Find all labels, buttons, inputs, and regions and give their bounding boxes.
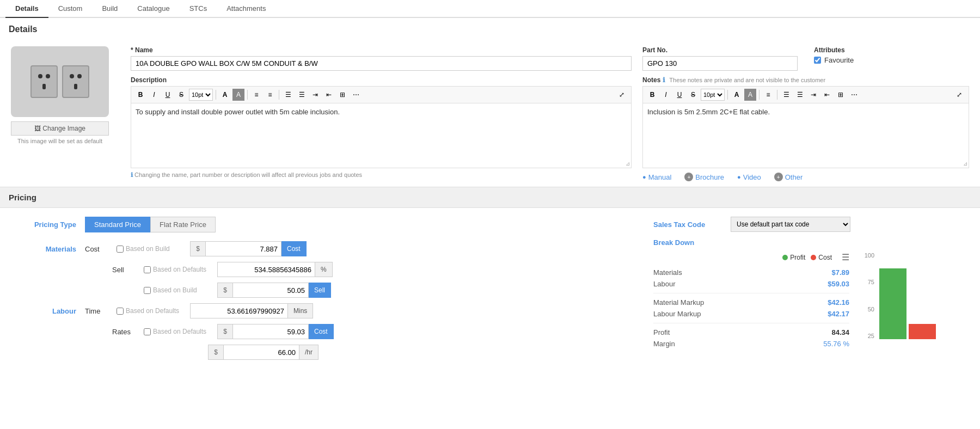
notes-ol-button[interactable]: ☰ (794, 89, 806, 101)
attributes-label: Attributes (814, 46, 969, 54)
notes-resize-handle[interactable]: ⊿ (963, 161, 967, 167)
sell-button[interactable]: Sell (309, 283, 331, 298)
notes-align-button[interactable]: ≡ (762, 89, 774, 101)
pricing-controls: Pricing Type Standard Price Flat Rate Pr… (11, 217, 632, 365)
more-button[interactable]: ⋯ (350, 89, 362, 101)
cost-based-on-build-checkbox[interactable] (117, 246, 124, 253)
notes-toolbar: B I U S 10pt A A ≡ ☰ ☰ ⇥ ⇤ ⊞ ⋯ ⤢ (642, 86, 969, 103)
breakdown-material-markup-name: Material Markup (653, 298, 704, 307)
tab-attachments[interactable]: Attachments (217, 0, 275, 17)
notes-font-color-button[interactable]: A (731, 89, 743, 101)
tab-stcs[interactable]: STCs (180, 0, 217, 17)
outdent-button[interactable]: ⇤ (323, 89, 335, 101)
sales-tax-select[interactable]: Use default part tax code (731, 217, 850, 232)
sell-build-checkbox[interactable] (144, 287, 151, 294)
font-size-select[interactable]: 10pt (189, 89, 213, 101)
breakdown-menu-icon[interactable]: ☰ (842, 252, 849, 262)
notes-more-button[interactable]: ⋯ (848, 89, 860, 101)
tab-build[interactable]: Build (92, 0, 127, 17)
rates-hr-value-input[interactable] (223, 345, 299, 360)
socket-earth (42, 84, 46, 89)
time-sublabel: Time (85, 307, 112, 315)
brochure-link-text[interactable]: Brochure (695, 173, 724, 181)
ul-button[interactable]: ☰ (282, 89, 294, 101)
chart-legend: Profit Cost ☰ (653, 252, 849, 262)
description-editor[interactable]: To supply and install double power outle… (131, 103, 632, 168)
expand-button[interactable]: ⤢ (616, 89, 628, 101)
name-input[interactable] (131, 56, 632, 71)
italic-button[interactable]: I (148, 89, 160, 101)
change-image-button[interactable]: 🖼 Change Image (11, 121, 109, 136)
hr-button[interactable]: /hr (299, 345, 318, 360)
notes-indent-button[interactable]: ⇥ (807, 89, 819, 101)
other-link-text[interactable]: Other (785, 173, 803, 181)
other-link[interactable]: + Other (774, 173, 803, 181)
notes-font-size-select[interactable]: 10pt (701, 89, 725, 101)
strikethrough-button[interactable]: S (175, 89, 187, 101)
notes-ul-button[interactable]: ☰ (780, 89, 792, 101)
chart-label-50: 50 (860, 306, 874, 312)
favourite-checkbox[interactable] (814, 57, 821, 64)
sell-build-value-input[interactable] (232, 283, 309, 298)
tab-details[interactable]: Details (5, 0, 48, 18)
flat-rate-price-button[interactable]: Flat Rate Price (150, 217, 216, 232)
notes-underline-button[interactable]: U (673, 89, 685, 101)
breakdown-sep1 (653, 293, 849, 293)
notes-bold-button[interactable]: B (646, 89, 658, 101)
notes-expand-button[interactable]: ⤢ (953, 89, 965, 101)
notes-editor[interactable]: Inclusion is 5m 2.5mm 2C+E flat cable. ⊿ (642, 103, 969, 168)
sell-based-on-defaults-checkbox[interactable] (144, 266, 151, 273)
materials-sell-row: Sell Based on Defaults % (112, 262, 632, 277)
right-panel: Part No. Attributes Favourite Notes ℹ Th… (642, 46, 969, 181)
notes-bg-color-button[interactable]: A (744, 89, 756, 101)
font-color-button[interactable]: A (219, 89, 231, 101)
video-link-text[interactable]: Video (743, 173, 761, 181)
underline-button[interactable]: U (162, 89, 174, 101)
brochure-link[interactable]: + Brochure (684, 173, 724, 181)
notes-outdent-button[interactable]: ⇤ (821, 89, 833, 101)
notes-strikethrough-button[interactable]: S (687, 89, 699, 101)
manual-link[interactable]: ● Manual (642, 173, 671, 181)
time-based-on-defaults-checkbox[interactable] (117, 308, 124, 315)
table-button[interactable]: ⊞ (336, 89, 348, 101)
bg-color-button[interactable]: A (232, 89, 244, 101)
breakdown-labour-markup-name: Labour Markup (653, 310, 701, 318)
video-link[interactable]: ● Video (737, 173, 761, 181)
other-add-icon[interactable]: + (774, 173, 783, 181)
tab-catalogue[interactable]: Catalogue (127, 0, 179, 17)
sell-build-text: Based on Build (153, 286, 213, 294)
part-no-input[interactable] (642, 56, 798, 71)
notes-text: Inclusion is 5m 2.5mm 2C+E flat cable. (647, 108, 964, 116)
cost-button[interactable]: Cost (281, 241, 307, 256)
pricing-right-panel: Sales Tax Code Use default part tax code… (653, 217, 969, 365)
mins-button[interactable]: Mins (288, 303, 313, 318)
manual-link-text[interactable]: Manual (648, 173, 672, 181)
breakdown-margin-name: Margin (653, 340, 675, 348)
breakdown-materials-name: Materials (653, 268, 682, 277)
socket-right (62, 65, 89, 98)
cost-legend: Cost (811, 254, 832, 261)
breakdown-margin-value: 55.76 % (823, 340, 849, 348)
resize-handle[interactable]: ⊿ (626, 161, 630, 167)
indent-button[interactable]: ⇥ (309, 89, 321, 101)
align-button[interactable]: ≡ (250, 89, 262, 101)
notes-table-button[interactable]: ⊞ (835, 89, 847, 101)
rates-cost-button[interactable]: Cost (309, 324, 334, 339)
sell-value-input[interactable] (217, 262, 315, 277)
bold-button[interactable]: B (134, 89, 146, 101)
notes-italic-button[interactable]: I (660, 89, 672, 101)
standard-price-button[interactable]: Standard Price (85, 217, 150, 232)
chart-container: 100 75 50 25 (860, 252, 969, 339)
cost-value-input[interactable] (205, 241, 281, 256)
attributes-section: Attributes Favourite (814, 46, 969, 71)
time-value-input[interactable] (190, 303, 288, 318)
sell-suffix-button[interactable]: % (315, 262, 333, 277)
ol-button[interactable]: ☰ (296, 89, 308, 101)
rates-value-input[interactable] (232, 324, 309, 339)
align-right-button[interactable]: ≡ (264, 89, 276, 101)
rates-based-on-defaults-checkbox[interactable] (144, 328, 151, 335)
brochure-add-icon[interactable]: + (684, 173, 693, 181)
profit-legend: Profit (782, 254, 805, 261)
rates-hr-dollar-prefix: $ (208, 345, 223, 360)
tab-custom[interactable]: Custom (48, 0, 93, 17)
